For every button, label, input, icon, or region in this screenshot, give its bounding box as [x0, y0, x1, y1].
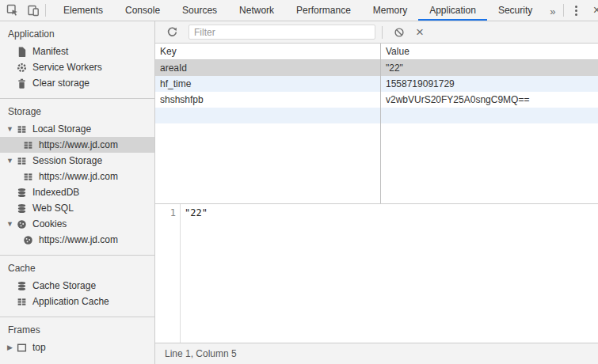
value-cell: v2wbVUrS20FY25A0sngC9MQ==	[380, 94, 598, 105]
cookie-icon	[16, 218, 28, 230]
filter-input[interactable]	[189, 25, 375, 40]
sidebar-item-label: Manifest	[32, 46, 68, 57]
empty-row[interactable]	[155, 108, 598, 123]
more-tabs-button[interactable]: »	[543, 0, 562, 21]
section-storage: Storage Local Storage https://www.jd.com…	[0, 99, 154, 256]
section-frames: Frames top	[0, 317, 154, 355]
sidebar-item-cache-storage[interactable]: Cache Storage	[0, 278, 154, 294]
section-title-storage: Storage	[0, 99, 154, 121]
sidebar-item-label: Web SQL	[32, 203, 74, 214]
section-application: Application Manifest Service Workers Cle…	[0, 21, 154, 99]
table-filler	[155, 123, 598, 203]
refresh-icon	[166, 26, 178, 38]
value-preview-pane: 1 "22"	[155, 203, 598, 343]
chevron-down-icon	[4, 220, 16, 228]
local-storage-view: × Key Value areaId "22" hf_time 15587190…	[155, 21, 598, 364]
close-devtools-button[interactable]: ×	[586, 0, 598, 21]
delete-selected-button[interactable]: ×	[409, 22, 430, 43]
inspect-cursor-icon	[6, 4, 19, 17]
preview-value-text: "22"	[185, 207, 208, 218]
devtools-tabbar: Elements Console Sources Network Perform…	[0, 0, 598, 21]
table-icon	[16, 155, 28, 167]
trash-icon	[16, 78, 28, 89]
table-icon	[22, 171, 34, 183]
device-toolbar-icon	[27, 4, 40, 17]
section-title-frames: Frames	[0, 317, 154, 339]
value-preview-editor[interactable]: "22"	[181, 204, 598, 343]
column-header-value[interactable]: Value	[380, 46, 598, 57]
table-row[interactable]: areaId "22"	[155, 60, 598, 76]
sidebar-item-indexeddb[interactable]: IndexedDB	[0, 184, 154, 200]
database-icon	[16, 187, 28, 199]
tab-network[interactable]: Network	[228, 0, 285, 21]
chevron-down-icon	[4, 125, 16, 133]
table-row[interactable]: hf_time 1558719091729	[155, 76, 598, 92]
frame-icon	[16, 342, 28, 354]
clear-all-button[interactable]	[389, 22, 409, 43]
tabbar-left-tools	[0, 0, 48, 21]
database-icon	[16, 203, 28, 214]
devtools-window: Elements Console Sources Network Perform…	[0, 0, 598, 364]
sidebar-item-label: https://www.jd.com	[39, 234, 118, 245]
key-cell: shshshfpb	[155, 94, 380, 105]
sidebar-item-application-cache[interactable]: Application Cache	[0, 294, 154, 309]
toolbar-separator	[563, 4, 564, 17]
database-icon	[16, 280, 28, 292]
device-toolbar-button[interactable]	[23, 0, 44, 21]
sidebar-item-service-workers[interactable]: Service Workers	[0, 59, 154, 75]
column-header-key[interactable]: Key	[155, 46, 380, 57]
sidebar-item-label: top	[32, 342, 46, 353]
panel-tabs: Elements Console Sources Network Perform…	[52, 0, 562, 21]
delete-icon: ×	[416, 25, 424, 39]
sidebar-item-session-storage-jd[interactable]: https://www.jd.com	[0, 169, 154, 184]
line-number-gutter: 1	[155, 204, 181, 343]
toolbar-separator	[382, 26, 383, 39]
sidebar-item-manifest[interactable]: Manifest	[0, 44, 154, 59]
devtools-menu-button[interactable]	[566, 0, 586, 21]
application-panel: Application Manifest Service Workers Cle…	[0, 21, 598, 364]
value-cell: 1558719091729	[380, 78, 598, 89]
toolbar-separator	[45, 4, 46, 17]
sidebar-item-session-storage[interactable]: Session Storage	[0, 153, 154, 169]
table-icon	[16, 296, 28, 308]
tab-sources[interactable]: Sources	[171, 0, 228, 21]
sidebar-item-cookies-jd[interactable]: https://www.jd.com	[0, 232, 154, 248]
tab-security[interactable]: Security	[487, 0, 543, 21]
tab-memory[interactable]: Memory	[362, 0, 418, 21]
line-number: 1	[170, 207, 176, 218]
section-title-application: Application	[0, 21, 154, 44]
document-icon	[16, 46, 28, 58]
chevron-right-icon	[4, 343, 16, 351]
sidebar-item-label: Local Storage	[32, 123, 91, 135]
table-row[interactable]: shshshfpb v2wbVUrS20FY25A0sngC9MQ==	[155, 92, 598, 108]
tab-application[interactable]: Application	[418, 0, 487, 21]
sidebar-item-local-storage[interactable]: Local Storage	[0, 121, 154, 137]
gear-icon	[16, 62, 28, 74]
sidebar-item-label: Clear storage	[32, 78, 90, 89]
cursor-position-label: Line 1, Column 5	[165, 348, 237, 359]
column-resize-divider[interactable]	[380, 44, 381, 203]
tab-console[interactable]: Console	[114, 0, 171, 21]
sidebar-item-web-sql[interactable]: Web SQL	[0, 200, 154, 216]
sidebar-item-label: Cache Storage	[32, 280, 96, 291]
sidebar-item-clear-storage[interactable]: Clear storage	[0, 75, 154, 91]
table-header-row: Key Value	[155, 44, 598, 60]
storage-toolbar: ×	[155, 21, 598, 44]
editor-statusbar: Line 1, Column 5	[155, 343, 598, 364]
sidebar-item-label: Service Workers	[32, 62, 102, 73]
refresh-button[interactable]	[162, 22, 182, 43]
tab-performance[interactable]: Performance	[285, 0, 362, 21]
sidebar-item-label: Application Cache	[32, 296, 109, 307]
inspect-element-button[interactable]	[2, 0, 23, 21]
sidebar-item-top-frame[interactable]: top	[0, 339, 154, 355]
storage-items-table: Key Value areaId "22" hf_time 1558719091…	[155, 44, 598, 203]
tab-elements[interactable]: Elements	[52, 0, 114, 21]
close-icon: ×	[593, 4, 598, 17]
section-title-cache: Cache	[0, 256, 154, 278]
kebab-menu-icon	[575, 6, 577, 16]
table-icon	[16, 123, 28, 135]
value-cell: "22"	[380, 63, 598, 74]
sidebar-item-local-storage-jd[interactable]: https://www.jd.com	[0, 137, 154, 153]
sidebar-item-cookies[interactable]: Cookies	[0, 216, 154, 232]
application-sidebar: Application Manifest Service Workers Cle…	[0, 21, 155, 364]
